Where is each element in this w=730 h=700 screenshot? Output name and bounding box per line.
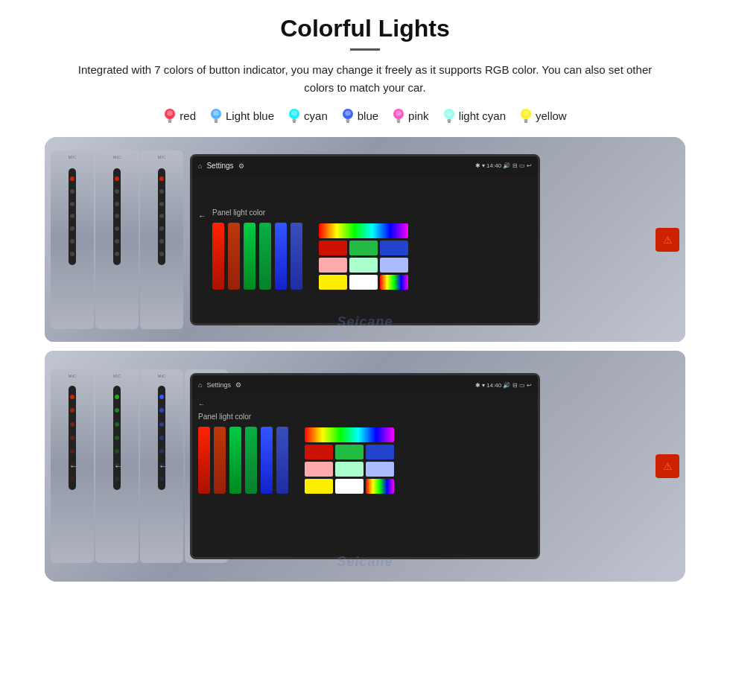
bottom-panel-label: Panel light color xyxy=(198,413,532,421)
svg-rect-15 xyxy=(346,121,349,123)
svg-rect-19 xyxy=(397,121,400,123)
nav-icons: ⌂ Settings ⚙ xyxy=(198,162,244,170)
screen-top-bar: ⌂ Settings ⚙ ✱ ▾ 14:40 🔊 ⊟ ▭ ↩ xyxy=(192,156,538,176)
bottom-status-icons: ✱ ▾ 14:40 🔊 ⊟ ▭ ↩ xyxy=(475,382,532,389)
blue-bulb-icon xyxy=(341,107,355,124)
color-item-lightcyan: light cyan xyxy=(442,107,506,124)
bottom-gear-icon: ⚙ xyxy=(235,381,241,389)
bottom-color-display xyxy=(198,427,532,494)
svg-point-21 xyxy=(446,111,452,116)
svg-rect-7 xyxy=(215,121,218,123)
status-icons: ✱ ▾ 14:40 🔊 ⊟ ▭ ↩ xyxy=(475,162,532,169)
cyan-bulb-icon xyxy=(288,107,301,124)
settings-title: Settings xyxy=(206,162,233,170)
back-arrow-icon: ← xyxy=(198,211,206,220)
svg-point-9 xyxy=(291,111,297,116)
svg-rect-2 xyxy=(168,119,172,121)
hazard-button-bottom[interactable]: ⚠ xyxy=(656,454,679,478)
car-unit-top: MIC MIC xyxy=(45,137,685,342)
color-item-blue: blue xyxy=(341,107,378,124)
svg-rect-18 xyxy=(397,119,401,121)
bottom-back-arrow: ← xyxy=(198,401,532,408)
svg-rect-14 xyxy=(346,119,349,121)
color-item-yellow: yellow xyxy=(519,107,567,124)
color-item-pink: pink xyxy=(392,107,429,124)
top-screen: ⌂ Settings ⚙ ✱ ▾ 14:40 🔊 ⊟ ▭ ↩ ← Panel l… xyxy=(190,154,540,325)
bottom-screen: ⌂ Settings ⚙ ✱ ▾ 14:40 🔊 ⊟ ▭ ↩ ← Panel l… xyxy=(190,373,540,559)
svg-rect-6 xyxy=(214,119,218,121)
color-label-lightcyan: light cyan xyxy=(459,109,506,122)
svg-rect-23 xyxy=(448,121,451,123)
lightcyan-bulb-icon xyxy=(442,107,456,124)
title-divider xyxy=(350,48,380,51)
page-title: Colorful Lights xyxy=(280,15,450,42)
settings-gear-icon: ⚙ xyxy=(238,162,244,170)
color-item-red: red xyxy=(163,107,196,124)
color-indicators-row: red Light blue cyan blue xyxy=(163,107,566,124)
svg-rect-11 xyxy=(293,121,296,123)
bottom-settings-label: Settings xyxy=(206,381,231,389)
bottom-screen-top-bar: ⌂ Settings ⚙ ✱ ▾ 14:40 🔊 ⊟ ▭ ↩ xyxy=(192,375,538,395)
color-label-yellow: yellow xyxy=(536,109,567,122)
svg-rect-3 xyxy=(168,121,171,123)
pink-bulb-icon xyxy=(392,107,405,124)
svg-point-5 xyxy=(213,111,219,116)
car-unit-bottom: MIC ← MIC xyxy=(45,351,685,582)
page-container: Colorful Lights Integrated with 7 colors… xyxy=(0,0,730,700)
panel-light-color-label: Panel light color xyxy=(212,209,265,217)
svg-rect-10 xyxy=(293,119,296,121)
color-label-blue: blue xyxy=(358,109,378,122)
svg-rect-22 xyxy=(447,119,451,121)
svg-point-17 xyxy=(396,111,402,116)
svg-point-13 xyxy=(345,111,351,116)
screen-content: ← Panel light color xyxy=(192,176,538,323)
color-item-cyan: cyan xyxy=(288,107,328,124)
svg-point-1 xyxy=(167,111,173,116)
yellow-bulb-icon xyxy=(519,107,533,124)
svg-rect-27 xyxy=(524,121,527,123)
red-bulb-icon xyxy=(163,107,177,124)
hazard-button-top[interactable]: ⚠ xyxy=(656,228,679,252)
svg-rect-26 xyxy=(524,119,528,121)
svg-point-25 xyxy=(523,111,529,116)
lightblue-bulb-icon xyxy=(209,107,223,124)
color-item-lightblue: Light blue xyxy=(209,107,274,124)
description-text: Integrated with 7 colors of button indic… xyxy=(74,61,656,97)
bottom-home-icon: ⌂ xyxy=(198,381,202,389)
color-label-cyan: cyan xyxy=(304,109,328,122)
home-icon: ⌂ xyxy=(198,162,202,170)
color-label-lightblue: Light blue xyxy=(226,109,274,122)
color-label-pink: pink xyxy=(408,109,429,122)
color-display-area xyxy=(212,223,408,290)
bottom-screen-content: ← Panel light color xyxy=(192,395,538,557)
color-label-red: red xyxy=(180,109,196,122)
